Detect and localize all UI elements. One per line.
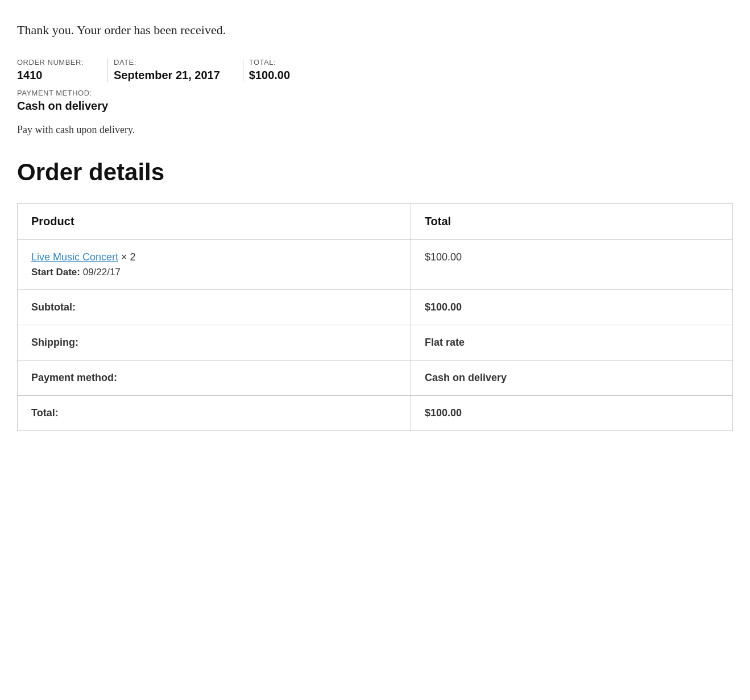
total-group: TOTAL: $100.00 bbox=[249, 58, 340, 82]
table-header-row: Product Total bbox=[18, 204, 733, 240]
col-total-header: Total bbox=[411, 204, 732, 240]
payment-method-value: Cash on delivery bbox=[17, 100, 733, 113]
product-name-qty: Live Music Concert × 2 bbox=[31, 251, 397, 263]
shipping-value: Flat rate bbox=[411, 325, 732, 361]
product-cell: Live Music Concert × 2 Start Date: 09/22… bbox=[18, 240, 411, 290]
order-meta-wrapper: ORDER NUMBER: 1410 DATE: September 21, 2… bbox=[17, 58, 733, 113]
total-row-label: Total: bbox=[18, 396, 411, 431]
shipping-label: Shipping: bbox=[18, 325, 411, 361]
payment-method-row-label: Payment method: bbox=[18, 361, 411, 396]
product-start-date: Start Date: 09/22/17 bbox=[31, 267, 397, 278]
total-value: $100.00 bbox=[249, 69, 317, 82]
order-details-table: Product Total Live Music Concert × 2 Sta… bbox=[17, 203, 733, 431]
payment-method-group: PAYMENT METHOD: Cash on delivery bbox=[17, 89, 733, 113]
shipping-row: Shipping: Flat rate bbox=[18, 325, 733, 361]
total-row-value: $100.00 bbox=[411, 396, 732, 431]
date-value: September 21, 2017 bbox=[114, 69, 220, 82]
subtotal-label: Subtotal: bbox=[18, 290, 411, 325]
product-qty: × 2 bbox=[121, 251, 136, 263]
total-label: TOTAL: bbox=[249, 58, 317, 67]
order-meta-top-row: ORDER NUMBER: 1410 DATE: September 21, 2… bbox=[17, 58, 733, 82]
confirmation-message: Thank you. Your order has been received. bbox=[17, 23, 733, 38]
col-product-header: Product bbox=[18, 204, 411, 240]
table-row: Live Music Concert × 2 Start Date: 09/22… bbox=[18, 240, 733, 290]
order-number-value: 1410 bbox=[17, 69, 85, 82]
subtotal-row: Subtotal: $100.00 bbox=[18, 290, 733, 325]
date-group: DATE: September 21, 2017 bbox=[114, 58, 243, 82]
payment-note: Pay with cash upon delivery. bbox=[17, 124, 733, 136]
product-link[interactable]: Live Music Concert bbox=[31, 251, 118, 263]
start-date-label: Start Date: bbox=[31, 267, 80, 277]
total-row: Total: $100.00 bbox=[18, 396, 733, 431]
order-details-heading: Order details bbox=[17, 159, 733, 186]
payment-method-label: PAYMENT METHOD: bbox=[17, 89, 733, 97]
order-number-group: ORDER NUMBER: 1410 bbox=[17, 58, 108, 82]
order-number-label: ORDER NUMBER: bbox=[17, 58, 85, 67]
start-date-value: 09/22/17 bbox=[83, 267, 121, 277]
payment-method-row-value: Cash on delivery bbox=[411, 361, 732, 396]
product-total-cell: $100.00 bbox=[411, 240, 732, 290]
date-label: DATE: bbox=[114, 58, 220, 67]
payment-method-row: Payment method: Cash on delivery bbox=[18, 361, 733, 396]
subtotal-value: $100.00 bbox=[411, 290, 732, 325]
